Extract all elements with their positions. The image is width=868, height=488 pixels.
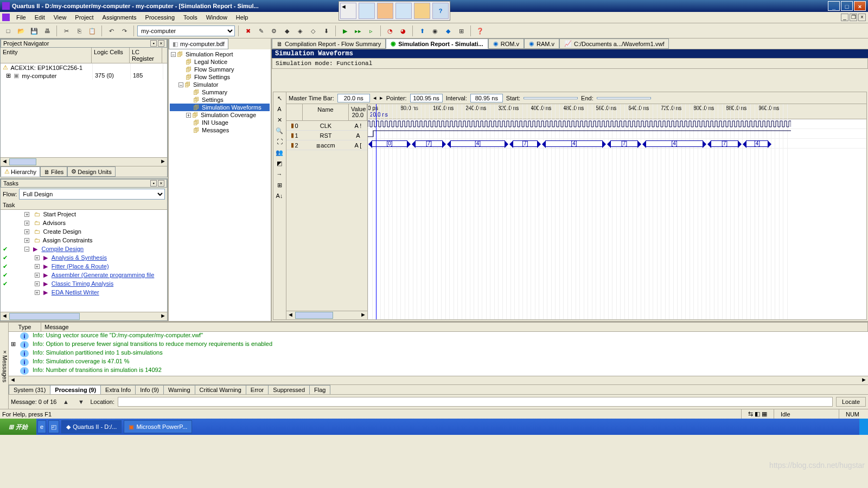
tree-item[interactable]: −🗐 Simulator — [170, 81, 270, 88]
save-icon[interactable]: 💾 — [28, 25, 40, 37]
tree-item[interactable]: +🗐 Simulation Coverage — [170, 111, 270, 119]
message-tab[interactable]: System (31) — [9, 385, 50, 394]
message-tab[interactable]: Critical Warning — [195, 385, 246, 394]
tree-item[interactable]: 🗐 INI Usage — [170, 119, 270, 126]
undo-icon[interactable]: ↶ — [105, 25, 117, 37]
maximize-button[interactable]: □ — [841, 1, 853, 11]
stop-icon[interactable]: ✖ — [242, 25, 254, 37]
tasks-close-icon[interactable]: × — [158, 180, 164, 187]
task-row[interactable]: + 🗀 Assign Constraints — [1, 236, 167, 245]
panel-close-icon[interactable]: × — [158, 40, 164, 47]
message-row[interactable]: iInfo: Number of transitions in simulati… — [9, 367, 868, 375]
task-row[interactable]: ✔ + ▶ Fitter (Place & Route) — [1, 262, 167, 271]
message-row[interactable]: iInfo: Simulation coverage is 47.01 % — [9, 358, 868, 367]
tool-b-icon[interactable]: ◉ — [429, 25, 441, 37]
sort-tool-icon[interactable]: A↓ — [275, 191, 284, 201]
menu-help[interactable]: Help — [232, 13, 253, 22]
mdi-restore[interactable]: ❐ — [850, 14, 857, 21]
download-icon[interactable]: ⬇ — [320, 25, 332, 37]
tree-item[interactable]: 🗐 Messages — [170, 126, 270, 134]
messages-hscroll[interactable]: ◄► — [9, 376, 868, 384]
doc-tab[interactable]: 🗎Compilation Report - Flow Summary — [272, 38, 386, 49]
copy-icon[interactable]: ⎘ — [73, 25, 85, 37]
tree-item[interactable]: 🗐 Flow Settings — [170, 73, 270, 81]
flow-combo[interactable]: Full Design — [19, 189, 165, 200]
signal-row[interactable]: ▮2⊞accmA [ — [286, 140, 367, 150]
menu-view[interactable]: View — [49, 13, 71, 22]
message-tab[interactable]: Processing (9) — [50, 385, 101, 394]
navigator-row[interactable]: ⊞ ▣ my-computer375 (0)185 — [1, 72, 167, 80]
gear-icon[interactable]: ⚙ — [268, 25, 280, 37]
taskbar-item-powerpoint[interactable]: ▣Microsoft PowerP... — [124, 420, 192, 433]
message-tab[interactable]: Error — [246, 385, 269, 394]
menu-edit[interactable]: Edit — [30, 13, 49, 22]
signames-hscroll[interactable]: ◄ ► — [286, 311, 367, 319]
redo-icon[interactable]: ↷ — [118, 25, 130, 37]
close-button[interactable]: × — [854, 1, 866, 11]
clock-icon[interactable]: ◔ — [384, 25, 396, 37]
menu-project[interactable]: Project — [71, 13, 98, 22]
task-row[interactable]: ✔ + ▶ Classic Timing Analysis — [1, 279, 167, 288]
paste-icon[interactable]: 📋 — [86, 25, 98, 37]
doc-tab[interactable]: 📈C:/Documents a.../Waveform1.vwf — [559, 38, 669, 49]
pointer-tool-icon[interactable]: ↖ — [275, 93, 284, 103]
task-row[interactable]: ✔ − ▶ Compile Design — [1, 245, 167, 253]
tree-item[interactable]: 🗐 Summary — [170, 88, 270, 96]
tab-hierarchy[interactable]: ⚠Hierarchy — [1, 166, 40, 177]
clock2-icon[interactable]: ◕ — [397, 25, 409, 37]
new-file-icon[interactable]: □ — [2, 25, 14, 37]
wand-icon[interactable]: ✎ — [255, 25, 267, 37]
snap-tool-icon[interactable]: ◩ — [275, 158, 284, 168]
float-tool-4[interactable] — [414, 3, 430, 19]
message-tab[interactable]: Extra Info — [100, 385, 136, 394]
message-tab[interactable]: Suppressed — [268, 385, 310, 394]
group-tool-icon[interactable]: 👥 — [275, 147, 284, 157]
master-time-value[interactable]: 20.0 ns — [337, 94, 370, 102]
doc-tab[interactable]: ◉ROM.v — [488, 38, 524, 49]
mdi-close[interactable]: × — [858, 14, 866, 21]
cut-icon[interactable]: ✂ — [60, 25, 72, 37]
tasks-pin-icon[interactable]: ▪ — [150, 180, 157, 187]
wire-tool-icon[interactable]: ✕ — [275, 115, 284, 125]
tasks-hscroll[interactable]: ◄ ► — [1, 312, 167, 320]
float-help-icon[interactable]: ? — [432, 3, 449, 19]
tool-a-icon[interactable]: ⬆ — [416, 25, 428, 37]
task-row[interactable]: ✔ + ▶ Analysis & Synthesis — [1, 253, 167, 262]
navigator-hscroll[interactable]: ◄ ► — [1, 157, 167, 166]
float-back-icon[interactable]: ◄ — [340, 3, 356, 19]
task-row[interactable]: + ▶ EDA Netlist Writer — [1, 288, 167, 297]
task-row[interactable]: + 🗀 Create Design — [1, 227, 167, 236]
mdi-minimize[interactable]: _ — [841, 14, 848, 21]
help-icon[interactable]: ❓ — [474, 25, 486, 37]
location-field[interactable] — [118, 397, 833, 407]
grid-tool-icon[interactable]: ⊞ — [275, 180, 284, 190]
floating-toolbar[interactable]: ◄ ? — [339, 1, 450, 21]
signal-row[interactable]: ▮0CLKA ! — [286, 121, 367, 131]
panel-pin-icon[interactable]: ▪ — [150, 40, 157, 47]
msg-down-icon[interactable]: ▼ — [75, 396, 87, 408]
right-arrow-icon[interactable]: → — [275, 169, 284, 179]
quick-launch-ie[interactable]: e — [37, 420, 46, 433]
report-tab[interactable]: ◧my-computer.bdf — [169, 38, 228, 49]
menu-processing[interactable]: Processing — [141, 13, 179, 22]
message-row[interactable]: iInfo: Simulation partitioned into 1 sub… — [9, 349, 868, 358]
navigator-row[interactable]: ⚠ ACEX1K: EP1K10FC256-1 — [1, 63, 167, 72]
taskbar-item-quartus[interactable]: ◆Quartus II - D:/... — [61, 420, 122, 433]
tree-item[interactable]: 🗐 Flow Summary — [170, 66, 270, 73]
float-tool-3[interactable] — [395, 3, 412, 19]
chip3-icon[interactable]: ◇ — [307, 25, 319, 37]
menu-assignments[interactable]: Assignments — [98, 13, 141, 22]
tree-item[interactable]: 🗐 Legal Notice — [170, 58, 270, 66]
menu-window[interactable]: Window — [202, 13, 232, 22]
time-left-icon[interactable]: ◂ — [373, 94, 376, 101]
tab-design-units[interactable]: ⚙Design Units — [67, 166, 115, 177]
tab-files[interactable]: 🗎Files — [40, 166, 67, 177]
doc-tab[interactable]: ◉RAM.v — [524, 38, 559, 49]
zoom-tool-icon[interactable]: 🔍 — [275, 126, 284, 136]
menu-tools[interactable]: Tools — [179, 13, 202, 22]
print-icon[interactable]: 🖶 — [41, 25, 53, 37]
tree-item[interactable]: 🗐 Settings — [170, 96, 270, 104]
message-row[interactable]: ⊞iInfo: Option to preserve fewer signal … — [9, 341, 868, 349]
tasks-header[interactable]: Task — [1, 201, 167, 210]
chip-icon[interactable]: ◆ — [281, 25, 293, 37]
